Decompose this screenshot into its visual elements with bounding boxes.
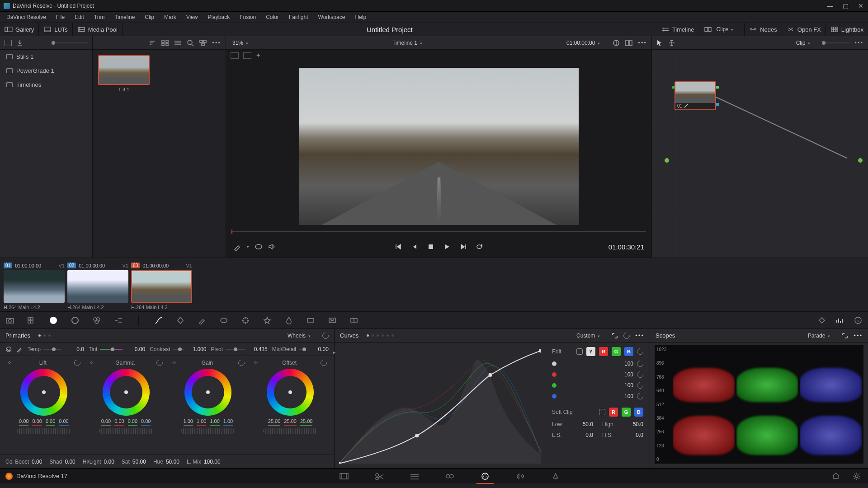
close-button[interactable]: ✕ bbox=[857, 2, 864, 9]
playhead[interactable] bbox=[231, 230, 232, 234]
menu-item[interactable]: Color bbox=[261, 13, 283, 22]
color-wheel[interactable] bbox=[184, 369, 231, 416]
clip-item[interactable]: 0201:00:00:00V1 H.264 Main L4.2 bbox=[67, 263, 128, 307]
clip-item[interactable]: 0101:00:00:00V1 H.264 Main L4.2 bbox=[4, 263, 65, 307]
qualifier-picker-icon[interactable] bbox=[233, 243, 241, 251]
node-output-square[interactable] bbox=[716, 86, 719, 89]
softclip-g-button[interactable]: G bbox=[622, 408, 631, 417]
magic-mask-icon[interactable] bbox=[263, 316, 272, 325]
openfx-toggle[interactable]: Open FX bbox=[782, 23, 826, 36]
lightbox-toggle[interactable]: Lightbox bbox=[826, 23, 868, 36]
fusion-page-icon[interactable] bbox=[445, 472, 455, 480]
node-alpha-square[interactable] bbox=[716, 103, 719, 106]
deliver-page-icon[interactable] bbox=[551, 472, 561, 480]
scopes-icon[interactable] bbox=[835, 316, 844, 325]
viewer-preview[interactable] bbox=[299, 68, 579, 225]
menu-item[interactable]: File bbox=[52, 13, 69, 22]
rgb-mixer-icon[interactable] bbox=[92, 316, 101, 325]
cut-page-icon[interactable] bbox=[374, 472, 384, 480]
blur-icon[interactable] bbox=[284, 316, 293, 325]
gallery-folder-powergrade[interactable]: PowerGrade 1 bbox=[0, 64, 92, 78]
go-last-icon[interactable] bbox=[459, 243, 467, 251]
step-back-icon[interactable] bbox=[410, 243, 419, 251]
menu-item[interactable]: Mark bbox=[160, 13, 181, 22]
wheel-gamma[interactable]: ✧Gamma0.000.000.000.00 bbox=[87, 360, 165, 451]
jog-wheel[interactable] bbox=[17, 428, 71, 434]
primaries-icon[interactable] bbox=[49, 316, 58, 325]
list-view-icon[interactable] bbox=[174, 40, 181, 46]
wheel-offset[interactable]: ✧Offset25.0025.0025.00 bbox=[251, 360, 330, 451]
link-icon[interactable] bbox=[576, 348, 583, 355]
menu-item[interactable]: Help bbox=[350, 13, 371, 22]
node-output-icon[interactable] bbox=[858, 158, 863, 163]
viewer-more-icon[interactable]: ••• bbox=[638, 39, 647, 46]
sizing-icon[interactable] bbox=[328, 316, 337, 325]
go-first-icon[interactable] bbox=[394, 243, 402, 251]
curves-icon[interactable] bbox=[154, 316, 163, 325]
curve-editor[interactable]: ▸ bbox=[339, 347, 541, 464]
menu-item[interactable]: Fairlight bbox=[284, 13, 313, 22]
luts-toggle[interactable]: LUTs bbox=[39, 23, 73, 36]
mute-icon[interactable] bbox=[268, 243, 275, 250]
reset-icon[interactable] bbox=[636, 370, 645, 379]
node-mode-selector[interactable]: Clip bbox=[794, 39, 817, 47]
qualifier-icon[interactable] bbox=[198, 316, 207, 325]
plus-icon[interactable]: ✧ bbox=[7, 360, 12, 366]
menu-item[interactable]: Workspace bbox=[314, 13, 350, 22]
fairlight-page-icon[interactable] bbox=[515, 472, 525, 480]
reset-icon[interactable] bbox=[73, 358, 82, 367]
keyframe-icon[interactable] bbox=[817, 316, 826, 325]
color-wheel[interactable] bbox=[20, 369, 67, 416]
info-icon[interactable] bbox=[854, 316, 863, 325]
clips-toggle[interactable]: Clips bbox=[699, 23, 745, 36]
primaries-mode[interactable]: Wheels bbox=[286, 332, 317, 340]
softclip-b-button[interactable]: B bbox=[634, 408, 643, 417]
expand-icon[interactable] bbox=[842, 333, 848, 339]
nodes-toggle[interactable]: Nodes bbox=[745, 23, 782, 36]
wheel-lift[interactable]: ✧Lift0.000.000.000.00 bbox=[5, 360, 83, 451]
node-source-icon[interactable] bbox=[665, 158, 669, 163]
viewer-zoom[interactable]: 31% bbox=[231, 39, 255, 47]
menu-item[interactable]: View bbox=[182, 13, 203, 22]
curves-mode[interactable]: Custom bbox=[575, 332, 606, 340]
pan-icon[interactable] bbox=[668, 39, 675, 47]
image-wipe-icon[interactable] bbox=[231, 52, 239, 59]
filter-icon[interactable] bbox=[199, 40, 207, 46]
more-icon[interactable]: ••• bbox=[635, 332, 644, 339]
gallery-zoom-slider[interactable] bbox=[52, 42, 88, 43]
node-more-icon[interactable]: ••• bbox=[854, 39, 863, 46]
wipe-icon[interactable] bbox=[613, 39, 620, 47]
menu-item[interactable]: Playback bbox=[203, 13, 234, 22]
settings-icon[interactable] bbox=[853, 472, 863, 480]
scopes-mode[interactable]: Parade bbox=[806, 332, 837, 340]
color-wheel[interactable] bbox=[267, 369, 314, 416]
reset-icon[interactable] bbox=[321, 331, 330, 340]
jog-wheel[interactable] bbox=[263, 428, 317, 434]
channel-g-button[interactable]: G bbox=[612, 347, 621, 356]
reset-icon[interactable] bbox=[155, 358, 164, 367]
split-screen-icon[interactable] bbox=[243, 52, 251, 59]
reset-icon[interactable] bbox=[636, 347, 645, 356]
minimize-button[interactable]: — bbox=[826, 2, 834, 9]
pointer-icon[interactable] bbox=[656, 39, 663, 47]
reset-icon[interactable] bbox=[237, 358, 246, 367]
menu-item[interactable]: Edit bbox=[70, 13, 89, 22]
softclip-r-button[interactable]: R bbox=[609, 408, 618, 417]
tracker-icon[interactable] bbox=[241, 316, 250, 325]
link-icon[interactable] bbox=[599, 409, 605, 415]
timeline-selector[interactable]: Timeline 1 bbox=[391, 39, 429, 47]
gallery-sidebar-icon[interactable] bbox=[5, 40, 12, 46]
media-page-icon[interactable] bbox=[339, 472, 349, 480]
more-icon[interactable]: ••• bbox=[854, 332, 863, 339]
wheel-gain[interactable]: ✧Gain1.001.001.001.00 bbox=[169, 360, 248, 451]
plus-icon[interactable]: ✧ bbox=[90, 360, 94, 366]
still-thumbnail[interactable] bbox=[98, 55, 150, 85]
sort-icon[interactable] bbox=[149, 40, 156, 46]
node-editor[interactable]: 01 bbox=[652, 50, 868, 258]
menu-item[interactable]: Trim bbox=[90, 13, 109, 22]
unmix-icon[interactable] bbox=[255, 244, 263, 250]
expand-icon[interactable] bbox=[612, 333, 618, 339]
channel-y-button[interactable]: Y bbox=[586, 347, 595, 356]
play-icon[interactable] bbox=[443, 243, 451, 251]
home-icon[interactable] bbox=[832, 472, 842, 480]
